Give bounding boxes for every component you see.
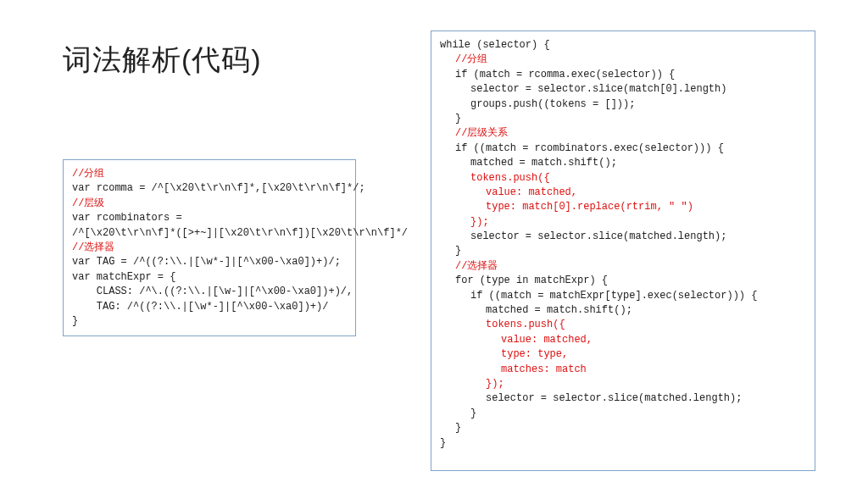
code-line: selector = selector.slice(matched.length…	[440, 230, 726, 244]
code-line: var matchExpr = {	[72, 271, 175, 283]
code-line: TAG: /^((?:\\.|[\w*-]|[^\x00-\xa0])+)/	[72, 301, 328, 313]
code-line: matched = match.shift();	[440, 303, 632, 318]
comment-slash: //	[455, 260, 467, 272]
comment-level: 层级	[84, 197, 104, 209]
code-line: }	[440, 112, 461, 126]
code-line: }	[440, 407, 476, 421]
code-line: var rcombinators =	[72, 212, 182, 224]
code-box-left: //分组 var rcomma = /^[\x20\t\r\n\f]*,[\x2…	[63, 159, 356, 336]
code-line: if ((match = matchExpr[type].exec(select…	[440, 289, 757, 303]
comment-slash: //	[72, 197, 84, 209]
code-line: }	[440, 244, 461, 258]
code-line: var TAG = /^((?:\\.|[\w*-]|[^\x00-\xa0])…	[72, 256, 341, 268]
comment-slash: //	[455, 53, 467, 65]
code-line: type: type,	[440, 347, 568, 362]
code-line: for (type in matchExpr) {	[440, 274, 608, 288]
code-line: });	[440, 377, 504, 391]
comment-level-rel: 层级关系	[467, 127, 508, 139]
code-line: value: matched,	[440, 186, 577, 200]
code-line: if (match = rcomma.exec(selector)) {	[440, 68, 675, 82]
code-line: }	[440, 421, 461, 435]
comment-slash: //	[72, 241, 84, 253]
code-line: matches: match	[440, 363, 587, 377]
code-line: value: matched,	[440, 333, 593, 347]
code-line: tokens.push({	[440, 171, 550, 186]
code-line: matched = match.shift();	[440, 156, 617, 170]
code-line: selector = selector.slice(matched.length…	[440, 391, 742, 406]
code-line: type: match[0].replace(rtrim, " ")	[440, 200, 693, 214]
code-line: }	[440, 437, 446, 449]
comment-slash: //	[72, 168, 84, 180]
code-line: CLASS: /^\.((?:\\.|[\w-]|[^\x00-\xa0])+)…	[72, 286, 353, 297]
comment-selector: 选择器	[467, 260, 498, 272]
code-line: if ((match = rcombinators.exec(selector)…	[440, 141, 724, 156]
slide-title: 词法解析(代码)	[63, 41, 262, 80]
code-box-right: while (selector) { //分组 if (match = rcom…	[431, 30, 815, 471]
comment-selector: 选择器	[84, 241, 114, 253]
comment-slash: //	[455, 127, 467, 139]
code-line: }	[72, 315, 78, 327]
code-line: });	[440, 215, 489, 230]
code-line: tokens.push({	[440, 318, 565, 332]
comment-group: 分组	[84, 168, 104, 180]
code-line: while (selector) {	[440, 39, 550, 51]
code-line: /^[\x20\t\r\n\f]*([>+~]|[\x20\t\r\n\f])[…	[72, 227, 408, 239]
slide: 词法解析(代码) //分组 var rcomma = /^[\x20\t\r\n…	[0, 0, 868, 488]
code-line: var rcomma = /^[\x20\t\r\n\f]*,[\x20\t\r…	[72, 182, 365, 194]
comment-group: 分组	[467, 53, 487, 65]
code-line: groups.push((tokens = []));	[440, 97, 635, 112]
code-line: selector = selector.slice(match[0].lengt…	[440, 82, 726, 97]
